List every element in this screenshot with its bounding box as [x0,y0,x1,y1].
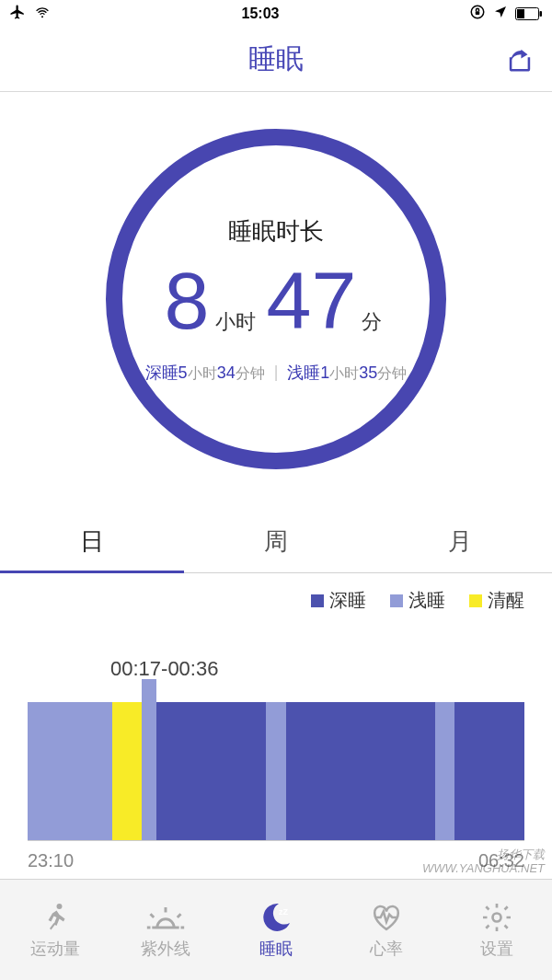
nav-activity[interactable]: 运动量 [0,880,110,980]
heart-rate-icon [366,901,407,934]
tab-month[interactable]: 月 [368,511,552,572]
legend-awake: 清醒 [469,588,524,613]
svg-point-5 [57,904,63,909]
svg-point-7 [493,913,501,921]
legend-deep: 深睡 [311,588,366,613]
nav-label: 设置 [480,938,513,960]
sleep-duration-label: 睡眠时长 [228,215,324,248]
battery-icon [515,7,543,20]
bottom-nav: 运动量 紫外线 zZ 睡眠 心率 设置 [0,879,552,980]
svg-rect-3 [517,9,524,18]
swatch-light [390,594,403,607]
nav-uv[interactable]: 紫外线 [110,880,221,980]
tab-week[interactable]: 周 [184,511,368,572]
sleep-summary-ring: 睡眠时长 8 小时 47 分 深睡5小时34分钟 | 浅睡1小时35分钟 [0,92,552,502]
swatch-awake [469,594,482,607]
range-tabs: 日 周 月 [0,511,552,573]
segment-deep[interactable] [454,702,524,840]
segment-light[interactable] [266,702,286,840]
active-tab-underline [0,571,184,573]
airplane-icon [9,4,26,24]
nav-label: 紫外线 [141,938,190,960]
sleep-duration-value: 8 小时 47 分 [165,260,388,345]
page-title: 睡眠 [248,40,304,78]
header: 睡眠 [0,28,552,92]
svg-text:zZ: zZ [279,907,289,917]
sleep-breakdown: 深睡5小时34分钟 | 浅睡1小时35分钟 [145,362,408,384]
minutes-unit: 分 [362,308,387,345]
share-icon [504,44,535,75]
segment-deep[interactable] [286,702,435,840]
svg-rect-1 [476,11,480,15]
hours-unit: 小时 [215,308,261,345]
hours-value: 8 [165,260,210,341]
status-bar: 15:03 [0,0,552,28]
light-sleep-text: 浅睡1小时35分钟 [287,362,407,384]
scroll-area[interactable]: 睡眠时长 8 小时 47 分 深睡5小时34分钟 | 浅睡1小时35分钟 日 周… [0,92,552,879]
status-left [9,4,52,24]
chart-x-axis: 23:10 06:32 [28,841,524,879]
swatch-deep [311,594,324,607]
chart-bars[interactable] [28,657,524,841]
separator: | [274,363,279,382]
nav-sleep[interactable]: zZ 睡眠 [221,880,331,980]
status-right [469,4,543,24]
nav-label: 睡眠 [259,938,293,960]
location-icon [493,5,508,23]
nav-label: 运动量 [30,938,80,960]
segment-light[interactable] [435,702,455,840]
share-button[interactable] [504,44,535,75]
gear-icon [477,901,517,934]
segment-light[interactable] [28,702,112,840]
segment-deep[interactable] [156,702,266,840]
nav-settings[interactable]: 设置 [442,880,552,980]
x-start: 23:10 [28,850,74,871]
runner-icon [35,901,75,934]
status-time: 15:03 [242,6,280,22]
moon-icon: zZ [256,901,296,934]
sleep-ring: 睡眠时长 8 小时 47 分 深睡5小时34分钟 | 浅睡1小时35分钟 [106,129,446,469]
legend-light: 浅睡 [390,588,445,613]
sunrise-icon [145,901,186,934]
nav-heart[interactable]: 心率 [331,880,442,980]
chart-legend: 深睡 浅睡 清醒 [0,575,552,617]
deep-sleep-text: 深睡5小时34分钟 [145,362,265,384]
minutes-value: 47 [267,260,357,341]
segment-awake[interactable] [112,702,142,840]
sleep-chart: 00:17-00:36 23:10 06:32 [0,657,552,879]
x-end: 06:32 [478,850,524,871]
wifi-icon [33,5,52,23]
segment-light[interactable] [142,679,156,840]
orientation-lock-icon [469,4,486,24]
tab-day[interactable]: 日 [0,511,184,572]
svg-rect-4 [539,11,542,17]
nav-label: 心率 [370,938,403,960]
